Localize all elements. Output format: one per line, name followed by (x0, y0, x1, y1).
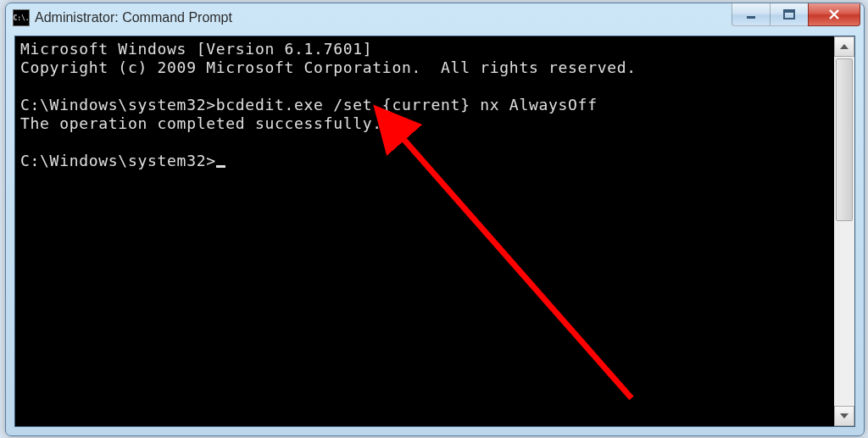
maximize-button[interactable] (770, 3, 809, 26)
scroll-down-button[interactable] (834, 406, 854, 426)
close-button[interactable] (808, 3, 860, 26)
titlebar[interactable]: C:\. Administrator: Command Prompt (6, 3, 864, 32)
chevron-up-icon (840, 44, 849, 49)
scroll-thumb[interactable] (836, 58, 853, 221)
app-icon: C:\. (13, 9, 30, 26)
minimize-icon (746, 9, 756, 19)
console-line: The operation completed successfully. (20, 114, 382, 132)
console-line: Microsoft Windows [Version 6.1.7601] (20, 40, 372, 58)
text-cursor (216, 165, 225, 168)
chevron-down-icon (840, 413, 849, 419)
svg-rect-2 (784, 10, 794, 13)
minimize-button[interactable] (732, 3, 771, 26)
window-controls (732, 3, 860, 26)
svg-rect-0 (747, 16, 755, 19)
scroll-track[interactable] (834, 57, 854, 406)
client-area: Microsoft Windows [Version 6.1.7601] Cop… (14, 36, 855, 427)
scroll-up-button[interactable] (834, 36, 854, 57)
console-line: Copyright (c) 2009 Microsoft Corporation… (20, 58, 637, 76)
command-prompt-window: C:\. Administrator: Command Prompt (5, 3, 865, 436)
console-output[interactable]: Microsoft Windows [Version 6.1.7601] Cop… (15, 36, 834, 426)
vertical-scrollbar[interactable] (834, 36, 854, 426)
close-icon (828, 9, 840, 19)
app-icon-text: C:\. (13, 14, 29, 22)
console-line: C:\Windows\system32>bcdedit.exe /set {cu… (20, 96, 598, 114)
maximize-icon (783, 9, 795, 19)
console-prompt: C:\Windows\system32> (20, 152, 216, 169)
